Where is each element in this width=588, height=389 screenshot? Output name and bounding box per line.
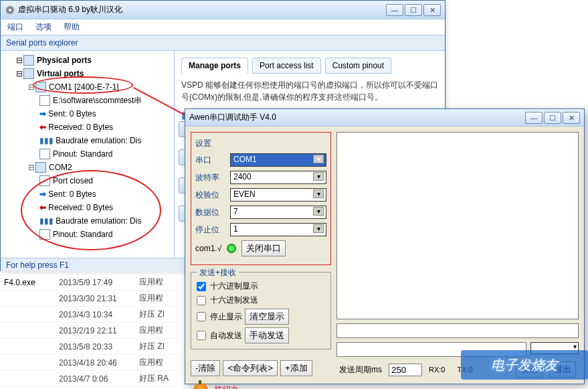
file-row[interactable]: F4.0.exe2013/5/9 17:49应用程 <box>0 275 181 291</box>
maximize-button[interactable]: ☐ <box>405 4 422 16</box>
dropdown-baud[interactable]: 2400 <box>230 171 326 184</box>
menubar: 端口 选项 帮助 <box>1 19 445 35</box>
receive-textarea[interactable] <box>336 132 579 319</box>
period-label: 发送周期ms <box>339 364 382 376</box>
send-input-1[interactable] <box>336 323 579 338</box>
dropdown-data[interactable]: 7 <box>230 206 326 219</box>
tree-com1-pin: Pinout: Standard <box>3 147 171 161</box>
tree-com2-pin: Pinout: Standard <box>3 228 171 241</box>
txrx-title: 发送+接收 <box>197 267 239 279</box>
led-icon <box>227 244 236 253</box>
tree-com2-sent: ➡ Sent: 0 Bytes <box>3 187 171 201</box>
svg-point-1 <box>9 9 11 11</box>
tree-physical[interactable]: ⊟Physical ports <box>3 54 171 67</box>
tree-com2-baud: ▮▮▮ Baudrate emulation: Dis <box>3 214 171 228</box>
label-baud: 波特率 <box>195 172 230 183</box>
label-port: 串口 <box>195 155 230 166</box>
awen-title: Awen串口调试助手 V4.0 <box>189 112 525 123</box>
settings-group: 设置 串口COM1 波特率2400 校验位EVEN 数据位7 停止位1 com1… <box>191 132 331 265</box>
cmd-add-button[interactable]: +添加 <box>280 360 312 376</box>
file-row[interactable]: 2013/4/7 0:06好压 RA <box>0 371 181 387</box>
tab-custom-pinout[interactable]: Custom pinout <box>325 58 391 74</box>
tree-com1[interactable]: ⊟COM1 [2400-E-7-1] <box>3 80 171 94</box>
file-row[interactable]: 2013/2/19 22:11应用程 <box>0 323 181 339</box>
tab-port-access[interactable]: Port access list <box>252 58 321 74</box>
chk-auto-send[interactable]: 自动发送 <box>197 327 242 343</box>
tree-com1-sent: ➡ Sent: 0 Bytes <box>3 107 171 121</box>
menu-port[interactable]: 端口 <box>7 21 23 33</box>
awen-titlebar[interactable]: Awen串口调试助手 V4.0 — ☐ ✕ <box>185 109 584 127</box>
dropdown-port[interactable]: COM1 <box>230 153 326 167</box>
tree-com2-closed: Port closed <box>3 174 171 187</box>
vspd-title: 虚拟串口驱动 6.9 by耿川汉化 <box>18 4 386 15</box>
rx-counter: RX:0 <box>429 366 445 374</box>
tab-manage-ports[interactable]: Manage ports <box>181 58 248 74</box>
awen-close[interactable]: ✕ <box>563 112 580 124</box>
port-tree[interactable]: ⊟Physical ports ⊟Virtual ports ⊟COM1 [24… <box>1 51 175 258</box>
dropdown-stop[interactable]: 1 <box>230 223 326 236</box>
manual-send-button[interactable]: 手动发送 <box>245 327 289 343</box>
period-input[interactable] <box>389 364 422 376</box>
tree-com1-path[interactable]: E:\software\scommtest串 <box>3 94 171 107</box>
awen-window: Awen串口调试助手 V4.0 — ☐ ✕ 设置 串口COM1 波特率2400 … <box>185 108 585 384</box>
tree-com1-recv: ⬅ Received: 0 Bytes <box>3 121 171 134</box>
file-row[interactable]: 2013/4/18 20:46应用程 <box>0 355 181 371</box>
app-icon <box>5 5 15 15</box>
chk-hex-display[interactable]: 十六进制显示 <box>197 281 325 292</box>
awen-minimize[interactable]: — <box>525 112 543 124</box>
explorer-label: Serial ports explorer <box>1 35 445 51</box>
chk-hex-send[interactable]: 十六进制发送 <box>197 295 325 306</box>
pumpkin-icon <box>193 383 208 389</box>
close-button[interactable]: ✕ <box>423 4 441 16</box>
file-list: F4.0.exe2013/5/9 17:49应用程2013/3/30 21:31… <box>0 275 181 389</box>
txrx-group: 发送+接收 十六进制显示 十六进制发送 停止显示 清空显示 自动发送 手动发送 <box>191 272 331 349</box>
file-row[interactable]: 2013/4/3 10:34好压 ZI <box>0 307 181 323</box>
menu-help[interactable]: 帮助 <box>64 21 80 33</box>
tree-com2-recv: ⬅ Received: 0 Bytes <box>3 201 171 214</box>
file-row[interactable]: 2013/3/30 21:31应用程 <box>0 291 181 307</box>
label-data: 数据位 <box>195 207 230 218</box>
dropdown-parity[interactable]: EVEN <box>230 188 326 202</box>
file-row[interactable]: 2013/5/8 20:33好压 ZI <box>0 339 181 355</box>
close-port-button[interactable]: 关闭串口 <box>241 240 286 256</box>
cmd-clear-button[interactable]: -清除 <box>191 360 220 376</box>
author-name: 陈绍文 <box>215 384 239 390</box>
label-stop: 停止位 <box>195 224 230 236</box>
awen-maximize[interactable]: ☐ <box>544 112 561 124</box>
label-parity: 校验位 <box>195 189 230 201</box>
chk-stop-display[interactable]: 停止显示 <box>197 309 242 325</box>
tree-com2[interactable]: ⊟COM2 <box>3 161 171 174</box>
cmd-list-button[interactable]: <命令列表> <box>223 360 278 376</box>
tree-virtual[interactable]: ⊟Virtual ports <box>3 67 171 80</box>
minimize-button[interactable]: — <box>386 4 403 16</box>
clear-display-button[interactable]: 清空显示 <box>245 309 289 325</box>
menu-options[interactable]: 选项 <box>35 21 52 33</box>
watermark: 电子发烧友 <box>461 350 588 380</box>
tree-com1-baud: ▮▮▮ Baudrate emulation: Dis <box>3 134 171 147</box>
settings-title: 设置 <box>195 138 326 149</box>
vspd-titlebar[interactable]: 虚拟串口驱动 6.9 by耿川汉化 — ☐ ✕ <box>1 1 445 19</box>
vspd-description: VSPD 能够创建任何你想使用的端口号的虚拟端口，所以你可以不受端口号(COMx… <box>181 79 438 103</box>
port-status-text: com1.√ <box>195 244 221 253</box>
